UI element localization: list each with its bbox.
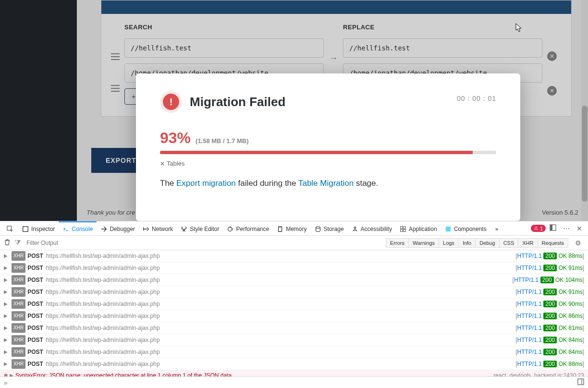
xhr-badge: XHR [12, 299, 25, 309]
tab-application[interactable]: Application [396, 221, 441, 236]
http-method: POST [27, 348, 43, 356]
request-url: https://hellfish.test/wp-admin/admin-aja… [46, 336, 160, 344]
devtools-tabs: Inspector Console Debugger Network Style… [0, 221, 588, 236]
filter-warnings[interactable]: Warnings [408, 238, 439, 248]
filter-xhr[interactable]: XHR [518, 238, 538, 248]
tab-accessibility[interactable]: Accessibility [348, 221, 396, 236]
funnel-icon: ⧩ [14, 239, 21, 247]
request-url: https://hellfish.test/wp-admin/admin-aja… [46, 276, 160, 284]
response-status: [HTTP/1.1 200 OK 81ms] [515, 324, 584, 332]
error-icon: ! [160, 91, 182, 113]
filter-info[interactable]: Info [458, 238, 476, 248]
http-method: POST [27, 324, 43, 332]
expand-icon[interactable]: ▶ [10, 371, 15, 376]
response-status: [HTTP/1.1 200 OK 84ms] [515, 336, 584, 344]
response-status: [HTTP/1.1 200 OK 88ms] [515, 252, 584, 260]
filter-input[interactable] [24, 238, 382, 248]
http-method: POST [27, 264, 43, 272]
console-bottom-bar: » [0, 376, 588, 388]
table-migration-link[interactable]: Table Migration [298, 179, 354, 188]
xhr-badge: XHR [12, 359, 25, 369]
close-icon[interactable]: ✕ [574, 225, 585, 232]
tab-memory[interactable]: Memory [273, 221, 310, 236]
element-picker-icon[interactable] [3, 221, 17, 236]
migration-failed-modal: ! Migration Failed 00 : 00 : 01 93% (1.5… [136, 73, 520, 221]
tab-console[interactable]: Console [59, 221, 97, 236]
log-row[interactable]: ▶XHRPOSThttps://hellfish.test/wp-admin/a… [0, 250, 588, 262]
expand-icon[interactable]: ▶ [4, 336, 10, 344]
svg-rect-10 [404, 229, 405, 231]
expand-icon[interactable]: ▶ [4, 264, 10, 272]
request-url: https://hellfish.test/wp-admin/admin-aja… [46, 288, 160, 296]
input-chevron-icon[interactable]: » [4, 379, 8, 387]
tables-status: ✕ Tables [160, 160, 496, 167]
request-url: https://hellfish.test/wp-admin/admin-aja… [46, 348, 160, 356]
progress-bytes: (1.58 MB / 1.7 MB) [196, 137, 249, 145]
xhr-badge: XHR [12, 251, 25, 261]
request-url: https://hellfish.test/wp-admin/admin-aja… [46, 312, 160, 320]
response-status: [HTTP/1.1 200 OK 86ms] [515, 312, 584, 320]
tab-performance[interactable]: Performance [223, 221, 273, 236]
log-row[interactable]: ▶XHRPOSThttps://hellfish.test/wp-admin/a… [0, 274, 588, 286]
http-method: POST [27, 360, 43, 368]
expand-icon[interactable]: ▶ [4, 300, 10, 308]
progress-bar [160, 151, 496, 154]
svg-rect-8 [404, 226, 405, 228]
console-filter-bar: ⧩ ErrorsWarningsLogsInfoDebugCSSXHRReque… [0, 236, 588, 250]
filter-css[interactable]: CSS [499, 238, 519, 248]
response-status: [HTTP/1.1 200 OK 84ms] [515, 348, 584, 356]
log-row[interactable]: ▶XHRPOSThttps://hellfish.test/wp-admin/a… [0, 310, 588, 322]
response-status: [HTTP/1.1 200 OK 104ms] [513, 276, 584, 284]
modal-message: The Export migration failed during the T… [160, 179, 496, 188]
export-migration-link[interactable]: Export migration [176, 179, 236, 188]
kebab-icon[interactable]: ⋯ [560, 225, 573, 232]
request-url: https://hellfish.test/wp-admin/admin-aja… [46, 324, 160, 332]
tab-style-editor[interactable]: Style Editor [177, 221, 223, 236]
console-log[interactable]: ▶XHRPOSThttps://hellfish.test/wp-admin/a… [0, 250, 588, 376]
expand-icon[interactable]: ▶ [4, 288, 10, 296]
expand-icon[interactable]: ▶ [4, 360, 10, 368]
svg-point-6 [354, 227, 356, 229]
expand-icon[interactable]: ▶ [4, 276, 10, 284]
tab-debugger[interactable]: Debugger [97, 221, 139, 236]
log-row[interactable]: ▶XHRPOSThttps://hellfish.test/wp-admin/a… [0, 358, 588, 370]
http-method: POST [27, 312, 43, 320]
tab-components[interactable]: Components [441, 221, 490, 236]
tab-inspector[interactable]: Inspector [18, 221, 59, 236]
request-url: https://hellfish.test/wp-admin/admin-aja… [46, 360, 160, 368]
tab-network[interactable]: Network [139, 221, 177, 236]
overflow-icon[interactable]: » [491, 221, 502, 236]
log-row[interactable]: ▶XHRPOSThttps://hellfish.test/wp-admin/a… [0, 286, 588, 298]
expand-icon[interactable]: ▶ [4, 252, 10, 260]
progress-percent: 93% [160, 129, 191, 147]
log-row[interactable]: ▶XHRPOSThttps://hellfish.test/wp-admin/a… [0, 262, 588, 274]
filter-debug[interactable]: Debug [475, 238, 499, 248]
log-row[interactable]: ▶XHRPOSThttps://hellfish.test/wp-admin/a… [0, 322, 588, 334]
svg-point-5 [316, 226, 320, 228]
response-status: [HTTP/1.1 200 OK 90ms] [515, 300, 584, 308]
filter-requests[interactable]: Requests [538, 238, 568, 248]
tab-storage[interactable]: Storage [311, 221, 348, 236]
gear-icon[interactable]: ⚙ [572, 239, 584, 247]
sidebar-toggle-icon[interactable] [577, 378, 584, 387]
devtools-panel: Inspector Console Debugger Network Style… [0, 221, 588, 388]
log-row[interactable]: ▶XHRPOSThttps://hellfish.test/wp-admin/a… [0, 346, 588, 358]
error-count-badge[interactable]: ⚠1 [531, 225, 546, 232]
filter-errors[interactable]: Errors [386, 238, 409, 248]
filter-logs[interactable]: Logs [439, 238, 459, 248]
expand-icon[interactable]: ▶ [4, 348, 10, 356]
log-row[interactable]: ▶XHRPOSThttps://hellfish.test/wp-admin/a… [0, 298, 588, 310]
error-source[interactable]: react_devtools_backend.js:2430:23 [493, 371, 584, 376]
dock-icon[interactable] [547, 224, 559, 232]
error-row[interactable]: ⊗▶SyntaxError: JSON.parse: unexpected ch… [0, 370, 588, 376]
trash-icon[interactable] [4, 239, 11, 247]
expand-icon[interactable]: ▶ [4, 324, 10, 332]
xhr-badge: XHR [12, 287, 25, 297]
error-message: SyntaxError: JSON.parse: unexpected char… [15, 371, 493, 376]
log-row[interactable]: ▶XHRPOSThttps://hellfish.test/wp-admin/a… [0, 334, 588, 346]
request-url: https://hellfish.test/wp-admin/admin-aja… [46, 264, 160, 272]
svg-rect-7 [401, 226, 403, 228]
svg-rect-9 [401, 229, 403, 231]
xhr-badge: XHR [12, 263, 25, 273]
expand-icon[interactable]: ▶ [4, 312, 10, 320]
